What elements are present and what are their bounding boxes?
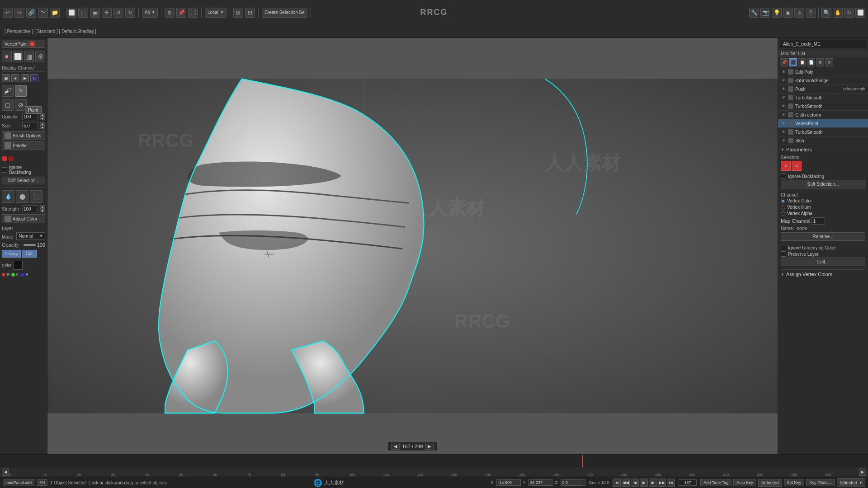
dropper-icon[interactable]: 💧 [2, 190, 14, 203]
zoom-icon[interactable]: 🔍 [821, 8, 831, 18]
strength-spinner[interactable]: ▲ ▼ [40, 205, 45, 212]
prev-frame-play-btn[interactable]: ◀ [631, 479, 639, 487]
channel-icon3[interactable]: ▶ [21, 74, 29, 82]
channel-icon4[interactable]: B [30, 74, 38, 82]
size-down-btn[interactable]: ▼ [40, 126, 45, 129]
size-spinner[interactable]: ▲ ▼ [40, 122, 45, 129]
skip-start-btn[interactable]: ⏮ [613, 479, 621, 487]
scale-icon[interactable]: ↻ [125, 8, 135, 18]
params-soft-selection-btn[interactable]: Soft Selection... [781, 180, 865, 188]
local-dropdown[interactable]: Local ▼ [205, 8, 226, 18]
size-input[interactable] [22, 122, 38, 129]
palette-btn[interactable]: Palette [2, 141, 45, 150]
ignore-underlying-check[interactable] [781, 245, 786, 250]
modifier-push[interactable]: 👁 Push TurboSmooth [778, 85, 868, 94]
snap-icon[interactable]: ⛶ [188, 8, 198, 18]
assign-title[interactable]: Assign Vertex Colors [781, 272, 865, 277]
z-coord-field[interactable] [561, 479, 585, 486]
prev-frame-nav-btn[interactable]: ◀ [2, 469, 9, 476]
wire-icon[interactable]: 〜 [38, 8, 48, 18]
select-icon[interactable]: ⬜ [66, 8, 76, 18]
skip-end-btn[interactable]: ⏭ [667, 479, 675, 487]
prev-key-btn[interactable]: ◀◀ [622, 479, 630, 487]
opacity-slider[interactable] [24, 244, 36, 246]
eye-icon[interactable]: 👁 [781, 103, 786, 109]
frame-number-input[interactable] [679, 479, 697, 486]
delete-mod-icon[interactable]: 🗑 [816, 58, 824, 66]
pin-mod-icon[interactable]: 📌 [780, 58, 788, 66]
color-swatch[interactable] [14, 261, 23, 270]
modifier-skin[interactable]: 👁 Skin [778, 136, 868, 145]
cross-icon[interactable]: ✛ [102, 8, 112, 18]
modifier-vertex-paint[interactable]: 👁 VertexPaint [778, 119, 868, 128]
settings-mod-icon[interactable]: ⚙ [825, 58, 833, 66]
undo-icon[interactable]: ↩ [3, 8, 13, 18]
eye-icon[interactable]: 👁 [781, 138, 786, 143]
eye-icon[interactable]: 👁 [781, 86, 786, 92]
mode-dropdown[interactable]: Normal ▼ [16, 232, 45, 240]
ignore-backfacing-check2[interactable] [781, 174, 786, 179]
orbit-icon[interactable]: ↻ [844, 8, 854, 18]
add-time-tag-btn[interactable]: Add Time Tag [700, 479, 731, 486]
modifier-turbosmooth1[interactable]: 👁 TurboSmooth [778, 94, 868, 102]
opacity-down-btn[interactable]: ▼ [40, 117, 45, 120]
circle-tool-icon[interactable]: ● [2, 51, 12, 62]
strength-input[interactable] [22, 205, 38, 212]
mod-panel-btn[interactable]: modPanel.add [3, 479, 34, 486]
y-coord-field[interactable] [528, 479, 553, 486]
prev-frame-btn[interactable]: ◀ [392, 443, 400, 450]
folder-icon[interactable]: 📁 [50, 8, 60, 18]
pin-icon[interactable]: 📌 [176, 8, 186, 18]
timeline-track[interactable] [0, 455, 868, 467]
opacity-input[interactable] [22, 113, 38, 120]
rename-btn[interactable]: Rename... [781, 232, 865, 241]
edit-btn[interactable]: Edit... [781, 258, 865, 266]
close-panel-button[interactable]: × [29, 41, 35, 47]
display-btn[interactable]: Display [2, 250, 21, 258]
modifier-sbsmooth[interactable]: 👁 sbSmootdBridge [778, 76, 868, 85]
grid-icon[interactable]: ⊟ [245, 8, 255, 18]
modifier-edit-poly[interactable]: 👁 Edit Poly [778, 68, 868, 76]
eye-icon[interactable]: 👁 [781, 112, 786, 117]
maximize-icon[interactable]: ⬜ [855, 8, 865, 18]
modifier-turbosmooth2[interactable]: 👁 TurboSmooth [778, 102, 868, 111]
size-up-btn[interactable]: ▲ [40, 122, 45, 126]
erase-icon[interactable]: ◻ [2, 99, 14, 111]
parameters-title[interactable]: Parameters [781, 147, 865, 152]
warning-icon[interactable]: ⚠ [794, 8, 804, 18]
next-frame-btn[interactable]: ▶ [425, 443, 434, 450]
strength-up-btn[interactable]: ▲ [40, 205, 45, 209]
key-filters-btn[interactable]: Key Filters... [806, 479, 835, 486]
eye-icon[interactable]: 👁 [781, 69, 786, 75]
ignore-backfacing-check[interactable] [2, 167, 7, 173]
eye-icon[interactable]: 👁 [781, 95, 786, 100]
vertex-color-radio[interactable] [781, 199, 785, 203]
paint-brush-icon[interactable]: 🖌 [2, 85, 14, 97]
vertex-illum-radio[interactable] [781, 205, 785, 210]
sel-btn-1[interactable]: ● [781, 161, 791, 171]
preserve-layer-check[interactable] [781, 251, 786, 257]
axis-icon[interactable]: ⊞ [233, 8, 243, 18]
strength-down-btn[interactable]: ▼ [40, 209, 45, 212]
x-coord-field[interactable] [496, 479, 521, 486]
redo-icon[interactable]: ↪ [14, 8, 24, 18]
sel-btn-2[interactable]: ● [792, 161, 802, 171]
eye-icon[interactable]: 👁 [781, 121, 786, 126]
next-frame-nav-btn[interactable]: ▶ [859, 469, 866, 476]
playhead[interactable] [582, 455, 583, 467]
paint-cursor-icon[interactable]: ✎ [15, 85, 27, 97]
foreground-color[interactable] [2, 156, 7, 161]
viewport[interactable]: RRCG RRCG 人人素材 RRCG 人人素材 RRCG [47, 38, 778, 454]
soft-selection-btn[interactable]: Soft Selection... [2, 177, 45, 184]
rotate-icon[interactable]: ↺ [113, 8, 123, 18]
window-icon[interactable]: ▣ [90, 8, 100, 18]
square-tool-icon[interactable]: ⬜ [13, 51, 23, 62]
help-icon[interactable]: ? [806, 8, 816, 18]
modifier-cloth-deform[interactable]: 👁 Cloth deform [778, 111, 868, 119]
brush-options-btn[interactable]: Brush Options [2, 131, 45, 140]
active-mod-icon[interactable]: ⬛ [789, 58, 797, 66]
channel-icon2[interactable]: ◈ [11, 74, 19, 82]
pan-icon[interactable]: ✋ [833, 8, 843, 18]
next-frame-play-btn[interactable]: ▶ [649, 479, 657, 487]
vertex-alpha-radio[interactable] [781, 211, 785, 216]
